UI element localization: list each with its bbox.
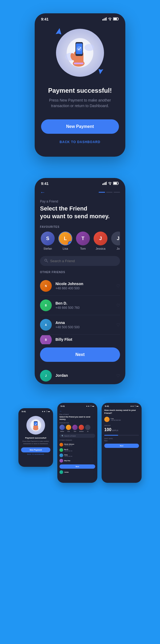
mini-friend-info-nicole: Nicole Johnson +48 660 400 500 (64, 443, 93, 446)
fav-name-tom: Tom (80, 247, 86, 250)
friend-item-billy-partial[interactable]: B Billy Fliot (40, 335, 120, 344)
svg-rect-2 (105, 18, 106, 21)
mini-friend-info-anna: Anna +48 500 500 500 (64, 454, 93, 457)
mini-friend-info-jordan: Jordan (64, 471, 93, 473)
mini-friend-avatar-nicole (59, 443, 63, 447)
friend-avatar-anna: A (40, 319, 52, 331)
friend-info-anna: Anna +48 500 500 500 (55, 321, 113, 329)
fav-item-tom[interactable]: T Tom (75, 232, 91, 250)
mini-fav-tom[interactable]: Tom (72, 425, 78, 432)
fav-name-jo: Jo (117, 247, 120, 250)
tom-face: T (76, 232, 90, 245)
friend-item-ben[interactable]: B Ben D. +48 666 500 760 ♡ (40, 296, 120, 314)
paper-plane-left (53, 27, 63, 38)
svg-rect-3 (106, 17, 107, 21)
friend-name-jordan: Jordan (55, 373, 113, 378)
mini-new-payment-btn[interactable]: New Payment (21, 447, 50, 452)
friend-phone-ben: +48 666 500 760 (55, 306, 113, 310)
mini-amount-value: 100 (104, 427, 111, 432)
favourites-heading: FAVOURITES (40, 225, 120, 228)
mini-phone-success: 9:41 ▲▲ ⬡ ▬ Payment successful! Press Ne… (18, 408, 53, 467)
battery-icon-1 (113, 17, 119, 21)
heart-icon-anna[interactable]: ♡ (116, 322, 120, 327)
mini-search-bar[interactable]: 🔍 Search a Friend (59, 434, 95, 438)
success-subtitle: Press New Payment to make another transa… (41, 98, 119, 109)
mini-select-content: ← Pay a Friend Select the Friend you wan… (57, 408, 97, 476)
mini-slider-fill (104, 435, 118, 436)
next-button[interactable]: Next (40, 347, 120, 362)
mini-next-btn[interactable]: Next (59, 464, 95, 469)
mini-fav-avatar-jessica (79, 425, 84, 430)
search-input[interactable] (50, 259, 116, 263)
fav-item-lisa[interactable]: L ✓ Lisa (58, 232, 73, 250)
mini-friend-info-billy: Billy Fliot (64, 460, 95, 461)
fav-item-stefan[interactable]: S Stefan (40, 232, 55, 250)
progress-step-3 (114, 192, 120, 193)
fav-name-lisa: Lisa (63, 247, 68, 250)
mini-heart-nicole[interactable]: ♡ (94, 444, 95, 446)
status-bar-2: 9:41 (35, 178, 125, 188)
mini-status-center: 9:41 ▲▲ ⬡ ▬ (57, 403, 97, 408)
back-button[interactable]: ← (40, 188, 45, 199)
mini-heart-ben[interactable]: ♡ (94, 449, 95, 451)
success-title: Payment successful! (48, 87, 112, 94)
mini-jordan-item[interactable]: Jordan ♡ (59, 470, 95, 475)
signal-icon-2 (102, 181, 107, 186)
svg-rect-18 (105, 182, 106, 185)
mini-illustration (26, 416, 45, 435)
search-bar[interactable] (40, 256, 120, 266)
mini-amount-currency: 00/PLN (112, 430, 118, 431)
friend-item-anna[interactable]: A Anna +48 500 500 500 ♡ (40, 316, 120, 334)
mini-phone-amount: 9:41 ▲▲ ⬡ ▬ How much money send to your … (102, 403, 142, 483)
status-time-2: 9:41 (41, 181, 49, 186)
heart-icon-jordan[interactable]: ♡ (116, 373, 120, 378)
mini-fav-jessica[interactable]: Jessica (79, 425, 84, 432)
success-content: Payment successful! Press New Payment to… (35, 23, 125, 157)
wifi-icon-2 (108, 181, 112, 186)
fav-avatar-jessica: J (94, 232, 107, 245)
mini-friend-ben[interactable]: Ben D. +48 666 500 760 ♡ (59, 447, 95, 453)
svg-rect-1 (104, 18, 105, 21)
heart-icon-ben[interactable]: ♡ (116, 303, 120, 308)
mini-back-btn[interactable]: ← (59, 409, 95, 414)
mini-next-btn-amount[interactable]: Next (104, 444, 139, 448)
mini-slider-track[interactable] (104, 435, 139, 436)
mini-amount-label: AMOUNT (104, 425, 139, 426)
mini-heart-jordan[interactable]: ♡ (94, 471, 95, 473)
phone-select: 9:41 ← (35, 178, 125, 384)
mini-other-friends-label: OTHER FRIENDS (59, 439, 95, 441)
status-icons-2 (102, 181, 119, 186)
mini-friend-phone-ben: +48 666 500 760 (64, 450, 93, 452)
friend-item-nicole[interactable]: N Nicole Johnson +48 660 400 500 ♡ (40, 277, 120, 295)
heart-icon-nicole[interactable]: ♡ (116, 283, 120, 289)
svg-rect-19 (106, 182, 107, 185)
mini-time-center: 9:41 (61, 405, 65, 407)
fav-item-jessica[interactable]: J Jessica (93, 232, 108, 250)
mini-fav-avatar-lisa (66, 425, 71, 430)
friends-list: N Nicole Johnson +48 660 400 500 ♡ B Be (40, 277, 120, 344)
mini-friend-phone-nicole: +48 660 400 500 (64, 445, 93, 446)
mini-screen-title: Select the Friend you want to send money… (59, 416, 95, 420)
mini-fav-jo[interactable]: Jo (85, 425, 90, 432)
mini-dashboard-link[interactable]: BACK TO DASHBOARD (27, 453, 44, 455)
friend-phone-anna: +48 500 500 500 (55, 325, 113, 329)
progress-step-2 (106, 192, 113, 193)
mini-friend-anna[interactable]: Anna +48 500 500 500 ♡ (59, 453, 95, 458)
mini-hand-svg (29, 418, 42, 433)
mini-icons-right: ▲▲ ⬡ ▬ (130, 405, 138, 407)
mini-fav-stefan[interactable]: Stefan (59, 425, 65, 432)
mini-friend-info-ben: Ben D. +48 666 500 760 (64, 449, 93, 452)
search-icon (44, 259, 48, 263)
fav-item-jo[interactable]: J Jo (110, 232, 120, 250)
mini-fav-lisa[interactable]: Lisa (66, 425, 71, 432)
mini-friend-billy[interactable]: Billy Fliot (59, 458, 95, 463)
mini-friend-nicole[interactable]: Nicole Johnson +48 660 400 500 ♡ (59, 442, 95, 447)
back-to-dashboard-button[interactable]: BACK TO DASHBOARD (58, 138, 103, 146)
mini-search-icon: 🔍 (62, 435, 63, 437)
battery-icon-2 (113, 181, 119, 186)
svg-rect-21 (114, 183, 117, 184)
friend-item-jordan[interactable]: J Jordan ♡ (40, 367, 120, 384)
new-payment-button[interactable]: New Payment (41, 119, 119, 134)
stefan-face: S (41, 232, 55, 245)
mini-heart-anna[interactable]: ♡ (94, 455, 95, 456)
